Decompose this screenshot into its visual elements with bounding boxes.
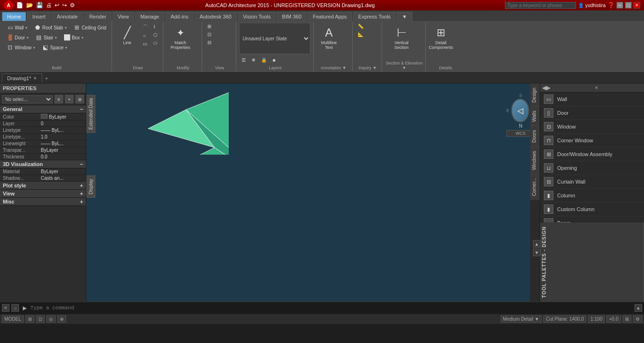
walls-tab[interactable]: Walls	[530, 106, 540, 126]
cmd-arrow-up[interactable]: ▲	[635, 304, 642, 312]
view-btn1[interactable]: ⊞	[205, 23, 214, 30]
layer-props-btn[interactable]: ☰	[239, 56, 248, 64]
palette-item-opening[interactable]: ⊔ Opening	[540, 161, 644, 175]
view-section-header[interactable]: View +	[0, 190, 86, 198]
maximize-button[interactable]: □	[625, 2, 632, 9]
workspace-icon[interactable]: ⚙	[70, 2, 75, 9]
scale-label[interactable]: 1:100	[588, 315, 605, 323]
print-icon[interactable]: 🖨	[46, 2, 52, 9]
linetype-scale-value[interactable]: 1.0	[41, 134, 83, 139]
close-button[interactable]: ✕	[634, 2, 640, 9]
palette-expand-btn[interactable]: ▶	[546, 84, 551, 91]
tab-manage[interactable]: Manage	[135, 12, 165, 21]
layer-color-btn[interactable]: ■	[270, 56, 278, 64]
match-properties-button[interactable]: ✦ MatchProperties	[166, 23, 195, 52]
transparency-value[interactable]: ByLayer	[41, 148, 83, 153]
extended-data-tab[interactable]: Extended Data	[86, 95, 95, 133]
tab-featured[interactable]: Featured Apps	[308, 12, 352, 21]
compass-circle[interactable]: ◁	[511, 99, 529, 122]
palette-item-curtain-wall[interactable]: ⊟ Curtain Wall	[540, 175, 644, 189]
object-type-select[interactable]: No selec...	[2, 95, 53, 103]
zoom-btn[interactable]: +0.0	[607, 315, 621, 323]
view-btn2[interactable]: ⊡	[205, 31, 214, 38]
detail-components-button[interactable]: ⊞ DetailComponents	[429, 23, 453, 52]
display-tab[interactable]: Display	[86, 176, 95, 198]
tab-express[interactable]: Express Tools	[353, 12, 396, 21]
status-snap-btn[interactable]: ⊡	[36, 315, 45, 323]
tool-palette-vertical-label[interactable]: TOOL PALETTES - DESIGN	[540, 222, 644, 302]
layer-prop-value[interactable]: 0	[41, 121, 83, 126]
redo-icon[interactable]: ↪	[62, 2, 67, 9]
cmd-close-btn[interactable]: ✕	[2, 304, 9, 312]
wall-button[interactable]: ▭ Wall ▼	[4, 23, 30, 32]
command-input[interactable]	[30, 305, 633, 311]
tab-vision[interactable]: Vision Tools	[238, 12, 276, 21]
3d-viz-section-header[interactable]: 3D Visualization −	[0, 160, 86, 168]
palette-item-column[interactable]: ▮ Column	[540, 189, 644, 203]
doc-tab-drawing1[interactable]: Drawing1* ✕	[2, 74, 42, 83]
linetype-value[interactable]: —— ByL...	[41, 128, 83, 133]
viewport-config-btn[interactable]: ⊞	[623, 315, 631, 323]
box-button[interactable]: ⬜ Box ▼	[61, 33, 86, 42]
tab-addins[interactable]: Add-ins	[165, 12, 193, 21]
palette-arrow-down[interactable]: ▼	[533, 249, 541, 256]
status-grid-btn[interactable]: ⊞	[26, 315, 34, 323]
palette-item-beam[interactable]: — Beam	[540, 216, 644, 222]
thickness-value[interactable]: 0.0	[41, 154, 83, 159]
select-all-button[interactable]: ⊕	[75, 95, 84, 103]
model-button[interactable]: MODEL	[2, 315, 24, 323]
shadow-value[interactable]: Casts an...	[41, 176, 83, 181]
layer-freeze-btn[interactable]: ❄	[249, 56, 258, 64]
vertical-section-button[interactable]: ⊢ VerticalSection	[385, 23, 418, 52]
general-section-header[interactable]: General −	[0, 105, 86, 113]
ellipse-button[interactable]: ⬭	[151, 39, 160, 47]
help-icon[interactable]: ❓	[607, 2, 615, 9]
palette-item-custom-column[interactable]: ▮ Custom Column	[540, 203, 644, 216]
view-btn3[interactable]: ⊟	[205, 39, 214, 46]
space-button[interactable]: ⬕ Space ▼	[39, 43, 70, 52]
search-input[interactable]	[505, 2, 576, 9]
multiline-text-button[interactable]: A MultilineText	[317, 23, 341, 52]
tab-view[interactable]: View	[112, 12, 134, 21]
tab-bim360[interactable]: BIM 360	[277, 12, 307, 21]
status-osnap-btn[interactable]: ⊕	[57, 315, 66, 323]
undo-icon[interactable]: ↩	[55, 2, 59, 9]
tab-autodesk360[interactable]: Autodesk 360	[195, 12, 237, 21]
tab-annotate[interactable]: Annotate	[52, 12, 83, 21]
grid-button[interactable]: ⊞ Ceiling Grid	[71, 23, 109, 32]
line-button[interactable]: ╱ Line	[115, 23, 140, 47]
tab-more[interactable]: ▼	[397, 12, 412, 21]
design-tab[interactable]: Design	[530, 83, 540, 106]
corner-tab[interactable]: Corner...	[530, 174, 540, 200]
tab-render[interactable]: Render	[84, 12, 112, 21]
circle-button[interactable]: ○	[140, 32, 150, 39]
open-file-icon[interactable]: 📂	[26, 2, 33, 9]
palette-arrow-up[interactable]: ▲	[533, 240, 541, 248]
selection-filter-button[interactable]: ≡	[55, 95, 63, 103]
palette-item-window[interactable]: ⊡ Window	[540, 120, 644, 134]
rectangle-button[interactable]: ▭	[140, 40, 150, 47]
layer-state-select[interactable]: Unsaved Layer State	[239, 23, 310, 54]
polyline-button[interactable]: ⌇	[151, 23, 160, 30]
new-file-icon[interactable]: 📄	[16, 2, 23, 9]
add-selection-button[interactable]: +	[65, 95, 74, 103]
cut-plane-label[interactable]: Cut Plane: 1400.0	[543, 315, 586, 323]
new-tab-button[interactable]: +	[42, 74, 51, 82]
inquiry-btn1[interactable]: 📏	[355, 23, 366, 30]
layer-lock-btn[interactable]: 🔒	[259, 56, 269, 64]
color-value[interactable]: ByLayer	[41, 114, 83, 120]
doors-tab[interactable]: Doors	[530, 126, 540, 147]
status-polar-btn[interactable]: ◎	[47, 315, 56, 323]
lineweight-value[interactable]: —— ByL...	[41, 141, 83, 146]
canvas-viewport[interactable]: [-][Top][Conceptual]	[86, 83, 644, 302]
stair-button[interactable]: ▤ Stair ▼	[33, 33, 60, 42]
medium-detail-select[interactable]: Medium Detail ▼	[501, 315, 542, 323]
material-value[interactable]: ByLayer	[41, 169, 83, 174]
doc-tab-close-icon[interactable]: ✕	[33, 76, 37, 81]
palette-item-door[interactable]: ▯ Door	[540, 106, 644, 120]
door-button[interactable]: 🚪 Door ▼	[4, 33, 32, 42]
tab-home[interactable]: Home	[2, 12, 26, 21]
roof-slab-button[interactable]: ⬟ Roof Slab ▼	[31, 23, 70, 32]
settings-btn[interactable]: ⚙	[633, 315, 642, 323]
arc-button[interactable]: ⌒	[140, 23, 150, 31]
